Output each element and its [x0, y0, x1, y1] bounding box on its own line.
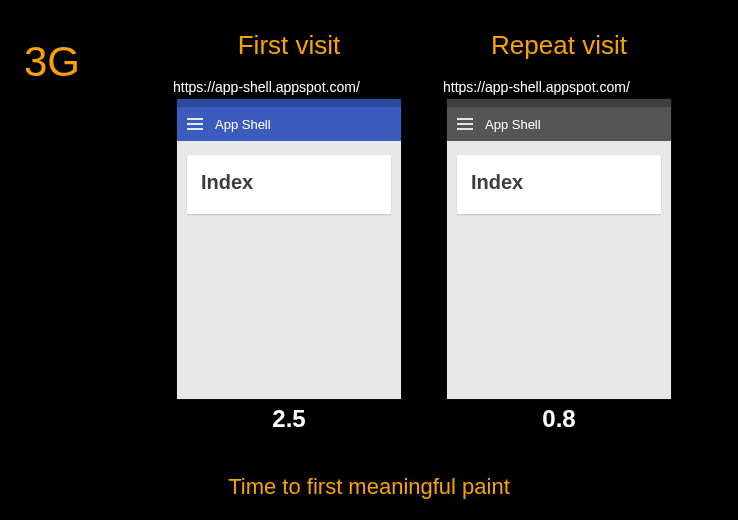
phone-mock-repeat: App Shell Index [447, 99, 671, 399]
app-bar-title: App Shell [215, 117, 271, 132]
app-bar: App Shell [177, 107, 401, 141]
comparison-columns: First visit https://app-shell.appspot.co… [130, 30, 718, 433]
timing-value: 2.5 [272, 405, 305, 433]
phone-mock-first: App Shell Index [177, 99, 401, 399]
column-repeat-visit: Repeat visit https://app-shell.appspot.c… [439, 30, 679, 433]
hamburger-icon [187, 118, 203, 130]
hamburger-icon [457, 118, 473, 130]
card-title: Index [201, 171, 377, 194]
content-area: Index [177, 141, 401, 399]
url-label: https://app-shell.appspot.com/ [169, 79, 360, 95]
content-card: Index [457, 155, 661, 214]
column-title: Repeat visit [491, 30, 627, 61]
status-bar [177, 99, 401, 107]
app-bar-title: App Shell [485, 117, 541, 132]
timing-value: 0.8 [542, 405, 575, 433]
status-bar [447, 99, 671, 107]
network-badge: 3G [24, 38, 80, 86]
content-area: Index [447, 141, 671, 399]
column-first-visit: First visit https://app-shell.appspot.co… [169, 30, 409, 433]
slide-caption: Time to first meaningful paint [0, 474, 738, 500]
content-card: Index [187, 155, 391, 214]
card-title: Index [471, 171, 647, 194]
column-title: First visit [238, 30, 341, 61]
app-bar: App Shell [447, 107, 671, 141]
url-label: https://app-shell.appspot.com/ [439, 79, 630, 95]
